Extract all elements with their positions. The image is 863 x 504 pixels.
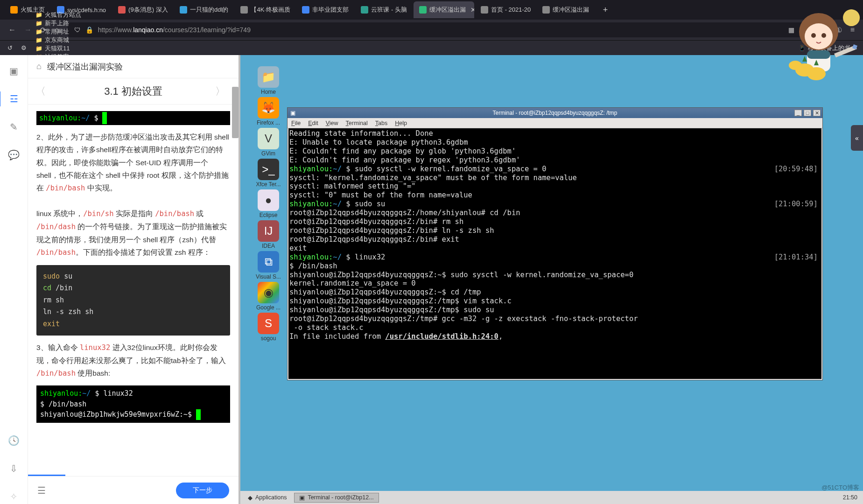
taskbar-clock: 21:50 <box>843 494 857 501</box>
browser-tab[interactable]: 非毕业团支部 <box>296 1 354 18</box>
forward-button[interactable]: → <box>24 26 32 34</box>
bookmark-item[interactable]: 📁新手上路 <box>35 19 104 28</box>
applications-menu[interactable]: ◆Applications <box>243 493 291 502</box>
close-button[interactable]: ✕ <box>813 110 821 116</box>
home-icon[interactable]: ⌂ <box>36 62 42 71</box>
menu-item[interactable]: File <box>291 120 301 126</box>
browser-tab[interactable]: 云班课 - 头脑 <box>355 1 413 18</box>
sync-icon[interactable]: ↺ <box>7 44 13 51</box>
tab-label: 【4K·终极画质 <box>251 6 290 14</box>
browser-tab[interactable]: 首页 - 2021-20 <box>475 1 536 18</box>
svg-rect-5 <box>807 50 830 59</box>
browser-tab[interactable]: 缓冲区溢出漏✕ <box>414 1 474 18</box>
menu-item[interactable]: Terminal <box>346 120 368 126</box>
terminal-output[interactable]: Reading state information... DoneE: Unab… <box>288 128 821 379</box>
rail-edit-icon[interactable]: ✎ <box>7 119 21 134</box>
dock-label: GVim <box>254 150 283 157</box>
tab-label: 云班课 - 头脑 <box>371 6 407 14</box>
dock-icon: 📁 <box>258 66 279 88</box>
maximize-button[interactable]: □ <box>804 110 811 116</box>
menu-item[interactable]: Help <box>395 120 407 126</box>
settings-icon[interactable]: ⚙ <box>21 44 27 51</box>
dock-label: Firefox ... <box>254 119 283 126</box>
menu-item[interactable]: Tabs <box>375 120 387 126</box>
folder-icon: 📁 <box>35 36 42 44</box>
paragraph-2: 2、此外，为了进一步防范缓冲区溢出攻击及其它利用 shell 程序的攻击，许多s… <box>36 131 230 195</box>
rail-download-icon[interactable]: ⇩ <box>7 461 21 476</box>
mascot-overlay <box>779 0 863 84</box>
taskbar-window-button[interactable]: ▣Terminal - root@iZbp12... <box>294 493 379 503</box>
bookmark-bar: ↺ ⚙ 📁火狐官方站点 📁新手上路 📁常用网址 📁京东商城 📁天猫双11 📁计组… <box>0 40 863 55</box>
dock-item[interactable]: IJIDEA <box>254 220 283 249</box>
rail-chat-icon[interactable]: 💬 <box>7 147 21 162</box>
desktop-dock: 📁Home🦊Firefox ...VGVim>_Xfce Ter...●Ecli… <box>253 66 283 342</box>
bookmark-item[interactable]: 📁京东商城 <box>35 36 104 44</box>
terminal-snippet: shiyanlou:~/ $ linux32$ /bin/bashshiyanl… <box>36 385 230 423</box>
browser-tab[interactable]: 【4K·终极画质 <box>235 1 295 18</box>
rail-steps-icon[interactable]: ☲ <box>7 91 21 106</box>
rail-save-icon[interactable]: 🕓 <box>7 433 21 448</box>
url-text: https://www.lanqiao.cn/courses/231/learn… <box>98 26 251 34</box>
next-step-button[interactable]: 下一步 <box>176 483 229 498</box>
dock-icon: >_ <box>258 159 279 180</box>
tab-label: (9条消息) 深入 <box>128 6 168 14</box>
remote-desktop: 📁Home🦊Firefox ...VGVim>_Xfce Ter...●Ecli… <box>240 55 863 504</box>
terminal-titlebar[interactable]: ▣ Terminal - root@iZbp12qqpsd4byuzqqggqs… <box>288 108 822 118</box>
section-title: 3.1 初始设置 <box>104 84 162 98</box>
bookmark-label: 常用网址 <box>45 28 69 36</box>
tab-label: 缓冲区溢出漏 <box>553 6 589 14</box>
dock-icon: ◉ <box>258 282 279 303</box>
terminal-menu-bar[interactable]: FileEditViewTerminalTabsHelp <box>288 118 822 128</box>
folder-icon: 📁 <box>35 28 42 35</box>
dock-item[interactable]: 📁Home <box>254 66 283 95</box>
course-title: 缓冲区溢出漏洞实验 <box>47 61 123 72</box>
dock-icon: ⧉ <box>258 251 279 273</box>
next-section-button[interactable]: 〉 <box>215 84 225 98</box>
prev-section-button[interactable]: 〈 <box>35 84 46 98</box>
tab-label: 一只猫的ddl的 <box>190 6 228 14</box>
dock-item[interactable]: Ssogou <box>254 313 283 342</box>
minimize-button[interactable]: _ <box>794 110 802 116</box>
rail-share-icon[interactable]: ✧ <box>7 489 21 504</box>
bookmark-item[interactable]: 📁天猫双11 <box>35 44 104 53</box>
favicon <box>361 6 368 14</box>
close-icon[interactable]: ✕ <box>470 6 474 14</box>
desktop-taskbar: ◆Applications ▣Terminal - root@iZbp12...… <box>240 491 863 504</box>
favicon <box>542 6 550 14</box>
dock-item[interactable]: ⧉Visual S... <box>254 251 283 280</box>
scrollbar-thumb[interactable] <box>232 87 239 138</box>
browser-tab[interactable]: 缓冲区溢出漏 <box>537 1 595 18</box>
favicon <box>481 6 488 14</box>
dock-label: sogou <box>254 335 283 342</box>
code-block: sudo sucd /binrm shln -s zsh shexit <box>36 265 230 336</box>
dock-label: Visual S... <box>254 273 283 280</box>
paragraph-3: linux 系统中，/bin/sh 实际是指向 /bin/bash 或 /bin… <box>36 207 230 259</box>
menu-item[interactable]: View <box>326 120 338 126</box>
favicon <box>180 6 187 14</box>
favicon <box>10 6 18 14</box>
course-panel: ⌂ 缓冲区溢出漏洞实验 〈 3.1 初始设置 〉 shiyanlou:~/ $ … <box>28 55 240 504</box>
tab-label: 非毕业团支部 <box>312 6 349 14</box>
back-button[interactable]: ← <box>8 26 16 34</box>
folder-icon: 📁 <box>35 20 42 27</box>
bookmark-item[interactable]: 📁火狐官方站点 <box>35 11 104 19</box>
dock-item[interactable]: VGVim <box>254 128 283 157</box>
dock-item[interactable]: >_Xfce Ter... <box>254 159 283 188</box>
browser-tab[interactable]: (9条消息) 深入 <box>112 1 173 18</box>
folder-icon: 📁 <box>35 11 42 19</box>
url-bar[interactable]: 🛡 🔒 https://www.lanqiao.cn/courses/231/l… <box>68 22 812 37</box>
browser-tab-bar: 火狐主页sys/cdefs.h:no(9条消息) 深入一只猫的ddl的【4K·终… <box>0 0 863 20</box>
list-toggle-icon[interactable]: ☰ <box>37 485 46 496</box>
browser-address-bar: ← → ⟳ ⌂ 🛡 🔒 https://www.lanqiao.cn/cours… <box>0 20 863 40</box>
dock-item[interactable]: ●Eclipse <box>254 189 283 218</box>
side-collapse-handle[interactable]: « <box>851 125 863 151</box>
rail-outline-icon[interactable]: ▣ <box>7 63 21 78</box>
dock-icon: ● <box>258 189 279 211</box>
browser-tab[interactable]: 一只猫的ddl的 <box>174 1 234 18</box>
dock-item[interactable]: 🦊Firefox ... <box>254 97 283 126</box>
menu-item[interactable]: Edit <box>308 120 318 126</box>
dock-item[interactable]: ◉Google ... <box>254 282 283 311</box>
bookmark-item[interactable]: 📁常用网址 <box>35 28 104 36</box>
new-tab-button[interactable]: + <box>598 3 612 17</box>
dock-label: Eclipse <box>254 212 283 218</box>
